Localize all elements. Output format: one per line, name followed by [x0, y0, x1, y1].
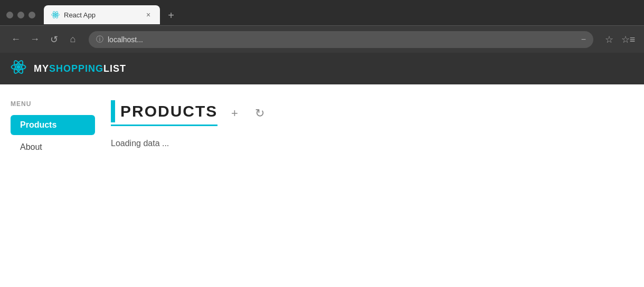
brand-prefix: MY — [34, 63, 49, 74]
traffic-lights — [6, 12, 35, 18]
zoom-icon: − — [581, 35, 586, 44]
sidebar-item-products[interactable]: Products — [11, 115, 95, 135]
address-text: localhost... — [108, 35, 577, 44]
sidebar-menu-label: MENU — [11, 100, 95, 108]
brand-suffix: LIST — [103, 63, 126, 74]
svg-point-4 — [16, 65, 21, 69]
back-button[interactable]: ← — [8, 32, 23, 47]
refresh-button[interactable]: ↻ — [251, 105, 268, 122]
page-title-wrapper: PRODUCTS — [111, 100, 217, 126]
loading-text: Loading data ... — [111, 139, 633, 148]
tab-favicon-icon — [51, 11, 60, 19]
nav-bar: ← → ↺ ⌂ ⓘ localhost... − ☆ ☆≡ — [0, 25, 644, 53]
bookmark-star-icon[interactable]: ☆ — [602, 32, 617, 47]
forward-button[interactable]: → — [27, 32, 42, 47]
svg-point-0 — [54, 14, 56, 15]
add-product-button[interactable]: + — [226, 105, 243, 122]
bookmarks-icon[interactable]: ☆≡ — [621, 32, 636, 47]
traffic-light-minimize[interactable] — [17, 12, 24, 18]
app-logo-icon — [11, 59, 26, 79]
app-brand: MYSHOPPINGLIST — [34, 63, 126, 74]
browser-chrome: React App × + ← → ↺ ⌂ ⓘ localhost... − ☆… — [0, 0, 644, 243]
reload-button[interactable]: ↺ — [46, 32, 61, 47]
tab-area: React App × + — [44, 5, 179, 24]
app-navbar: MYSHOPPINGLIST — [0, 53, 644, 84]
home-button[interactable]: ⌂ — [65, 32, 80, 47]
traffic-light-maximize[interactable] — [29, 12, 35, 18]
main-area: PRODUCTS + ↻ Loading data ... — [95, 100, 633, 227]
address-bar[interactable]: ⓘ localhost... − — [89, 31, 593, 48]
tab-title: React App — [64, 11, 140, 19]
active-tab[interactable]: React App × — [44, 5, 160, 24]
tab-close-button[interactable]: × — [144, 11, 153, 19]
sidebar: MENU Products About — [11, 100, 95, 227]
page-title: PRODUCTS — [120, 102, 217, 120]
brand-highlight: SHOPPING — [49, 63, 103, 74]
sidebar-item-about[interactable]: About — [11, 137, 95, 157]
page-title-bar — [111, 100, 115, 122]
traffic-light-close[interactable] — [6, 12, 13, 18]
tab-bar: React App × + — [0, 0, 644, 25]
new-tab-button[interactable]: + — [163, 7, 179, 23]
info-icon: ⓘ — [96, 35, 103, 44]
app-content: MENU Products About PRODUCTS + ↻ Loading… — [0, 84, 644, 243]
nav-right-icons: ☆ ☆≡ — [602, 32, 636, 47]
page-header: PRODUCTS + ↻ — [111, 100, 633, 126]
